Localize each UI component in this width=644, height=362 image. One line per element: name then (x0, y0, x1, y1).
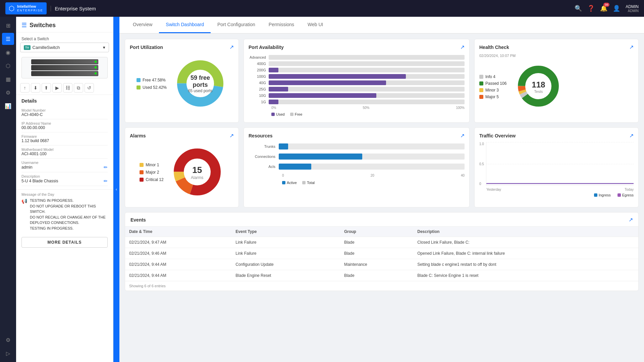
events-card: Events ↗ Date & Time Event Type Group De… (125, 212, 639, 291)
switch-select-dropdown[interactable]: TV CamilleSwitch ▾ (20, 43, 109, 52)
ingress-label: Ingress (599, 193, 611, 197)
event-group-1: Blade (340, 237, 413, 248)
firmware-row: Firmware 1.12 build 0687 (21, 132, 108, 145)
table-row: 02/21/2024, 9:47 AM Link Failure Blade C… (125, 237, 638, 248)
firmware-value: 1.12 build 0687 (21, 138, 108, 143)
rail-config-icon[interactable]: ⚙ (2, 86, 14, 99)
event-type-3: Configuration Update (231, 259, 340, 270)
col-datetime: Date & Time (125, 227, 231, 237)
active-res-label: Active (287, 181, 297, 185)
logo[interactable]: ⬡ IntellaView ENTERPRISE (5, 2, 47, 14)
tab-overview[interactable]: Overview (126, 17, 159, 33)
bar-row-200g: 200G (249, 68, 465, 72)
table-row: 02/21/2024, 9:46 AM Link Failure Blade O… (125, 248, 638, 259)
link-button[interactable]: ⛓ (63, 83, 72, 93)
upload-button[interactable]: ⬆ (42, 83, 51, 93)
notification-bell[interactable]: 🔔 98 (600, 5, 607, 12)
alarms-unit: Alarms (191, 175, 203, 180)
resources-body: Trunks Connections Acls (249, 142, 465, 185)
free-label: Free 47.58% (143, 78, 166, 82)
traffic-overview-card: Traffic Overview ↗ 1.0 0.5 0 (474, 127, 639, 207)
port-utilization-link-icon[interactable]: ↗ (229, 44, 234, 50)
details-title: Details (21, 98, 108, 104)
trunks-row: Trunks (249, 143, 465, 149)
rail-topology-icon[interactable]: ⬡ (2, 60, 14, 72)
download-button[interactable]: ⬇ (31, 83, 40, 93)
event-desc-1: Closed Link Failure, Blade C: (413, 237, 638, 248)
more-details-button[interactable]: MORE DETAILS (21, 237, 108, 248)
acls-row: Acls (249, 164, 465, 170)
username-edit-icon[interactable]: ✏ (104, 165, 108, 170)
major-label: Major 5 (485, 95, 499, 99)
rail-ports-icon[interactable]: ▦ (2, 73, 14, 85)
health-unit: Tests (532, 89, 545, 94)
alarms-link-icon[interactable]: ↗ (229, 132, 234, 139)
event-datetime-3: 02/21/2024, 9:44 AM (125, 259, 231, 270)
minor-alarm-label: Minor 1 (146, 163, 159, 167)
table-row: 02/21/2024, 9:44 AM Configuration Update… (125, 259, 638, 270)
description-label: Description (21, 174, 108, 178)
traffic-link-icon[interactable]: ↗ (629, 132, 634, 139)
description-edit-icon[interactable]: ✏ (104, 178, 108, 184)
port-util-used-legend: Used 52.42% (137, 85, 167, 90)
port-availability-link-icon[interactable]: ↗ (460, 44, 465, 50)
free-bar-dot (290, 113, 293, 116)
bar-row-400g: 400G (249, 61, 465, 66)
resources-link-icon[interactable]: ↗ (460, 132, 465, 139)
reset-button[interactable]: ↺ (85, 83, 94, 93)
events-title: Events (130, 217, 146, 223)
description-value: 5-U 4 Blade Chassis ✏ (21, 178, 108, 184)
tab-permissions[interactable]: Permissions (262, 17, 301, 33)
rail-settings-icon[interactable]: ⚙ (2, 334, 14, 346)
port-util-legend: Free 47.58% Used 52.42% (137, 78, 167, 90)
major-alarm-dot (140, 170, 144, 174)
switch-name: CamilleSwitch (33, 45, 101, 50)
user-avatar-icon[interactable]: 👤 (613, 5, 620, 12)
event-datetime-4: 02/21/2024, 9:44 AM (125, 270, 231, 281)
events-header: Events ↗ (125, 213, 638, 227)
health-check-link-icon[interactable]: ↗ (629, 44, 634, 50)
bar-row-1g: 1G (249, 100, 465, 104)
motd-label: Message of the Day (21, 192, 108, 196)
rail-network-icon[interactable]: ◉ (2, 46, 14, 58)
help-icon[interactable]: ❓ (587, 5, 595, 12)
rail-monitor-icon[interactable]: 📊 (2, 100, 14, 112)
health-minor-item: Minor 3 (479, 88, 506, 93)
tab-port-configuration[interactable]: Port Configuration (211, 17, 262, 33)
passed-label: Passed 106 (485, 81, 506, 86)
select-label: Select a Switch (16, 33, 113, 43)
rail-switches-icon[interactable]: ☰ (2, 33, 14, 45)
description-row: Description 5-U 4 Blade Chassis ✏ (21, 172, 108, 186)
event-desc-3: Setting blade c engine1 restart to off b… (413, 259, 638, 270)
alarm-minor-legend: Minor 1 (140, 163, 163, 167)
egress-dot (618, 193, 621, 197)
health-check-title: Health Check (479, 45, 509, 50)
used-legend-label: Used (276, 112, 285, 116)
play-button[interactable]: ▶ (52, 83, 62, 93)
health-check-card: Health Check ↗ 02/20/2024, 10:07 PM Info… (474, 39, 639, 123)
events-link-icon[interactable]: ↗ (629, 217, 633, 223)
bar-row-40g: 40G (249, 80, 465, 85)
copy-button[interactable]: ⧉ (74, 83, 83, 93)
tab-switch-dashboard[interactable]: Switch Dashboard (159, 17, 211, 33)
add-button[interactable]: ↑ (20, 83, 30, 93)
ip-row: IP Address/ Name 00.00.00.000 (21, 119, 108, 132)
bar-row-25g: 25G (249, 87, 465, 92)
minor-alarm-dot (140, 163, 144, 167)
username-row: Username admin ✏ (21, 159, 108, 172)
icon-rail: ⊞ ☰ ◉ ⬡ ▦ ⚙ 📊 ⚙ ▷ (0, 17, 16, 362)
free-dot (137, 78, 141, 82)
model-number-row: Model Number ACI-4040-C (21, 106, 108, 119)
rail-expand-icon[interactable]: ▷ (2, 347, 14, 359)
notification-count: 98 (603, 3, 609, 7)
passed-dot (479, 81, 483, 85)
model-number-value: ACI-4040-C (21, 112, 108, 117)
search-icon[interactable]: 🔍 (575, 5, 582, 12)
tab-web-ui[interactable]: Web UI (301, 17, 330, 33)
port-util-donut: 59 free ports 65 used ports (173, 57, 227, 111)
health-info-item: Info 4 (479, 74, 506, 79)
alarms-card: Alarms ↗ Minor 1 Major 2 (125, 127, 239, 207)
toggle-panel-button[interactable]: ‹ (113, 17, 119, 362)
left-panel: ☰ Switches Select a Switch TV CamilleSwi… (16, 17, 113, 362)
rail-dashboard-icon[interactable]: ⊞ (2, 19, 14, 32)
